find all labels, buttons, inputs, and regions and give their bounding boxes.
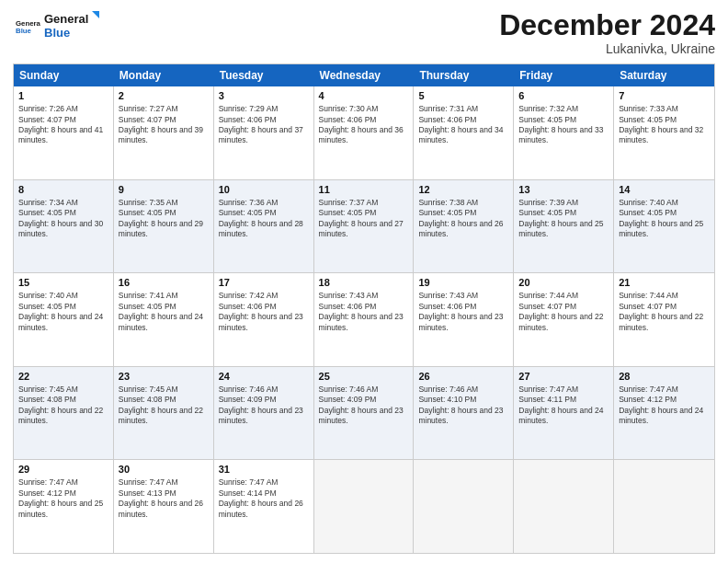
day-number: 3 [219,89,309,103]
sunset-line: Sunset: 4:06 PM [418,115,508,125]
day-number: 4 [319,89,409,103]
sunset-line: Sunset: 4:05 PM [518,208,609,218]
empty-cell [314,460,415,553]
sunset-line: Sunset: 4:06 PM [319,302,409,312]
sunset-line: Sunset: 4:05 PM [18,208,108,218]
daylight-line: Daylight: 8 hours and 24 minutes. [619,406,710,427]
day-number: 22 [18,370,108,384]
daylight-line: Daylight: 8 hours and 25 minutes. [619,219,710,240]
svg-text:Blue: Blue [44,26,70,40]
sunset-line: Sunset: 4:05 PM [18,302,108,312]
day-cell-18: 18Sunrise: 7:43 AMSunset: 4:06 PMDayligh… [314,273,415,366]
day-cell-5: 5Sunrise: 7:31 AMSunset: 4:06 PMDaylight… [414,86,514,179]
sunrise-line: Sunrise: 7:40 AM [18,291,108,301]
sunset-line: Sunset: 4:05 PM [518,115,609,125]
day-cell-22: 22Sunrise: 7:45 AMSunset: 4:08 PMDayligh… [14,367,114,460]
sunset-line: Sunset: 4:05 PM [319,208,409,218]
week-row-4: 22Sunrise: 7:45 AMSunset: 4:08 PMDayligh… [14,367,714,461]
sunset-line: Sunset: 4:06 PM [418,302,508,312]
daylight-line: Daylight: 8 hours and 28 minutes. [219,219,309,240]
sunset-line: Sunset: 4:09 PM [319,395,409,405]
sunrise-line: Sunrise: 7:47 AM [619,385,710,395]
day-cell-8: 8Sunrise: 7:34 AMSunset: 4:05 PMDaylight… [14,180,114,273]
sunrise-line: Sunrise: 7:31 AM [418,104,508,114]
sunrise-line: Sunrise: 7:34 AM [18,198,108,208]
day-number: 23 [119,370,209,384]
sunrise-line: Sunrise: 7:44 AM [619,291,710,301]
day-number: 14 [619,183,710,197]
sunrise-line: Sunrise: 7:27 AM [119,104,209,114]
daylight-line: Daylight: 8 hours and 23 minutes. [319,312,409,333]
daylight-line: Daylight: 8 hours and 24 minutes. [18,312,108,333]
daylight-line: Daylight: 8 hours and 36 minutes. [319,125,409,146]
location: Lukanivka, Ukraine [499,41,715,56]
day-number: 18 [319,276,409,290]
day-number: 24 [219,370,309,384]
sunset-line: Sunset: 4:12 PM [619,395,710,405]
day-cell-27: 27Sunrise: 7:47 AMSunset: 4:11 PMDayligh… [514,367,614,460]
day-cell-23: 23Sunrise: 7:45 AMSunset: 4:08 PMDayligh… [114,367,214,460]
sunset-line: Sunset: 4:09 PM [219,395,309,405]
sunset-line: Sunset: 4:06 PM [219,302,309,312]
sunset-line: Sunset: 4:11 PM [518,395,609,405]
day-number: 10 [219,183,309,197]
daylight-line: Daylight: 8 hours and 23 minutes. [418,406,508,427]
sunrise-line: Sunrise: 7:46 AM [319,385,409,395]
empty-cell [614,460,714,553]
day-cell-11: 11Sunrise: 7:37 AMSunset: 4:05 PMDayligh… [314,180,415,273]
day-number: 16 [119,276,209,290]
day-cell-24: 24Sunrise: 7:46 AMSunset: 4:09 PMDayligh… [214,367,314,460]
day-cell-13: 13Sunrise: 7:39 AMSunset: 4:05 PMDayligh… [514,180,614,273]
day-cell-9: 9Sunrise: 7:35 AMSunset: 4:05 PMDaylight… [114,180,214,273]
day-cell-2: 2Sunrise: 7:27 AMSunset: 4:07 PMDaylight… [114,86,214,179]
daylight-line: Daylight: 8 hours and 26 minutes. [219,499,309,520]
logo-icon: General Blue [13,18,40,35]
daylight-line: Daylight: 8 hours and 22 minutes. [18,406,108,427]
day-number: 28 [619,370,710,384]
header-tuesday: Tuesday [214,64,314,86]
sunset-line: Sunset: 4:08 PM [119,395,209,405]
sunrise-line: Sunrise: 7:45 AM [18,385,108,395]
day-number: 20 [518,276,609,290]
daylight-line: Daylight: 8 hours and 26 minutes. [418,219,508,240]
daylight-line: Daylight: 8 hours and 30 minutes. [18,219,108,240]
header-friday: Friday [514,64,614,86]
day-number: 7 [619,89,710,103]
sunrise-line: Sunrise: 7:47 AM [18,477,108,488]
daylight-line: Daylight: 8 hours and 33 minutes. [518,125,609,146]
sunset-line: Sunset: 4:08 PM [18,395,108,405]
day-number: 9 [119,183,209,197]
day-number: 11 [319,183,409,197]
day-number: 13 [518,183,609,197]
day-number: 30 [119,463,209,477]
day-cell-1: 1Sunrise: 7:26 AMSunset: 4:07 PMDaylight… [14,86,114,179]
day-cell-12: 12Sunrise: 7:38 AMSunset: 4:05 PMDayligh… [414,180,514,273]
sunrise-line: Sunrise: 7:37 AM [319,198,409,208]
title-block: December 2024 Lukanivka, Ukraine [499,9,715,56]
sunset-line: Sunset: 4:07 PM [518,302,609,312]
day-cell-17: 17Sunrise: 7:42 AMSunset: 4:06 PMDayligh… [214,273,314,366]
day-cell-31: 31Sunrise: 7:47 AMSunset: 4:14 PMDayligh… [214,460,314,553]
day-cell-30: 30Sunrise: 7:47 AMSunset: 4:13 PMDayligh… [114,460,214,553]
calendar-body: 1Sunrise: 7:26 AMSunset: 4:07 PMDaylight… [14,86,714,553]
sunrise-line: Sunrise: 7:43 AM [418,291,508,301]
header-sunday: Sunday [14,64,114,86]
header-monday: Monday [114,64,214,86]
day-cell-16: 16Sunrise: 7:41 AMSunset: 4:05 PMDayligh… [114,273,214,366]
day-number: 1 [18,89,108,103]
day-number: 29 [18,463,108,477]
daylight-line: Daylight: 8 hours and 24 minutes. [119,312,209,333]
sunrise-line: Sunrise: 7:47 AM [518,385,609,395]
sunrise-line: Sunrise: 7:36 AM [219,198,309,208]
day-cell-10: 10Sunrise: 7:36 AMSunset: 4:05 PMDayligh… [214,180,314,273]
sunrise-line: Sunrise: 7:47 AM [119,477,209,488]
sunset-line: Sunset: 4:05 PM [619,208,710,218]
week-row-2: 8Sunrise: 7:34 AMSunset: 4:05 PMDaylight… [14,180,714,274]
sunrise-line: Sunrise: 7:41 AM [119,291,209,301]
day-cell-15: 15Sunrise: 7:40 AMSunset: 4:05 PMDayligh… [14,273,114,366]
day-number: 31 [219,463,309,477]
daylight-line: Daylight: 8 hours and 22 minutes. [518,312,609,333]
empty-cell [414,460,514,553]
sunset-line: Sunset: 4:14 PM [219,488,309,499]
day-cell-19: 19Sunrise: 7:43 AMSunset: 4:06 PMDayligh… [414,273,514,366]
